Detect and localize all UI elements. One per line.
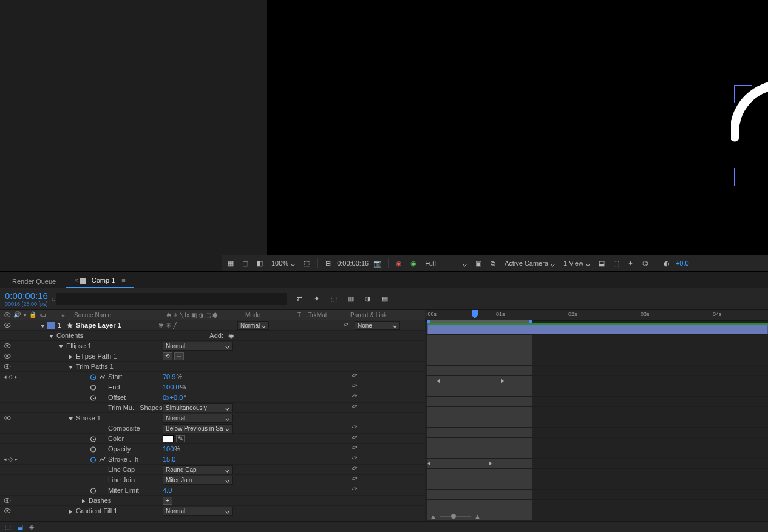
effects-icon[interactable]: ✦: [625, 258, 636, 269]
zoom-thumb[interactable]: [451, 514, 456, 519]
prev-kf-icon[interactable]: ◂: [4, 456, 7, 462]
toggle-mask-icon[interactable]: ◧: [254, 258, 265, 269]
channel-icon[interactable]: ◉: [393, 258, 404, 269]
pickwhip-icon[interactable]: [351, 423, 359, 432]
track-row[interactable]: [425, 355, 768, 366]
layer-color-tag[interactable]: [47, 322, 55, 329]
eye-icon[interactable]: [4, 497, 11, 504]
keyframe-ease-icon[interactable]: [501, 379, 504, 383]
eyedropper-icon[interactable]: ✎: [176, 435, 185, 442]
stopwatch-off-icon[interactable]: [90, 487, 97, 494]
grid-icon[interactable]: ⊞: [322, 258, 333, 269]
track-row[interactable]: [425, 469, 768, 479]
graph-icon[interactable]: [99, 456, 106, 463]
camera-snapshot-icon[interactable]: 📷: [372, 258, 383, 269]
opacity-value[interactable]: 100: [163, 445, 180, 453]
end-value[interactable]: 100.0: [163, 383, 186, 391]
path-constrain-icon[interactable]: ↔: [174, 352, 184, 360]
layer-row[interactable]: 1 Shape Layer 1 ✱✳╱ Normal: [0, 320, 425, 331]
pickwhip-icon[interactable]: [351, 434, 359, 442]
cti-head[interactable]: [472, 310, 478, 315]
twirl-open-icon[interactable]: [68, 364, 73, 369]
parent-dropdown[interactable]: None: [355, 321, 400, 330]
trim-mult-dropdown[interactable]: Simultaneously: [163, 403, 233, 412]
motion-blur-icon[interactable]: ◑: [362, 294, 373, 305]
prop-ellipse-path[interactable]: Ellipse Path 1 ⟲ ↔: [0, 351, 425, 362]
track-row[interactable]: [425, 325, 768, 335]
pickwhip-icon[interactable]: [351, 392, 359, 401]
pickwhip-icon[interactable]: [351, 403, 359, 411]
track-row[interactable]: [425, 448, 768, 459]
track-row[interactable]: [425, 407, 768, 417]
ellipse-mode-dropdown[interactable]: Normal: [163, 342, 233, 351]
draft-3d-icon[interactable]: ✦: [311, 294, 322, 305]
viewer-timecode[interactable]: 0:00:00:16: [337, 260, 369, 267]
add-kf-icon[interactable]: ◇: [8, 456, 13, 462]
color-swatch[interactable]: [163, 435, 174, 442]
stopwatch-off-icon[interactable]: [90, 446, 97, 453]
col-mode[interactable]: Mode: [243, 312, 294, 318]
tab-comp[interactable]: × Comp 1 ≡: [66, 274, 134, 288]
color-mgmt-icon[interactable]: ◉: [408, 258, 419, 269]
frame-blend-icon[interactable]: ▥: [345, 294, 356, 305]
gradient-mode-dropdown[interactable]: Normal: [163, 507, 233, 516]
add-kf-icon[interactable]: ◇: [8, 374, 13, 380]
eye-icon[interactable]: [4, 507, 11, 514]
stopwatch-on-icon[interactable]: [90, 374, 97, 380]
timeline-zoom-slider[interactable]: ▲ ▲: [430, 513, 481, 520]
stopwatch-on-icon[interactable]: [90, 456, 97, 463]
pickwhip-icon[interactable]: [342, 321, 351, 329]
twirl-open-icon[interactable]: [49, 333, 54, 338]
twirl-open-icon[interactable]: [58, 343, 64, 349]
toggle-switches-icon[interactable]: ⬚: [5, 523, 13, 531]
pickwhip-icon[interactable]: [351, 444, 359, 453]
offset-value[interactable]: 0x+0.0: [163, 394, 186, 401]
exposure-value[interactable]: +0.0: [676, 260, 689, 267]
toggle-inout-icon[interactable]: ◈: [29, 523, 38, 531]
pickwhip-icon[interactable]: [351, 475, 359, 483]
eye-icon[interactable]: [4, 414, 11, 422]
track-row[interactable]: [425, 500, 768, 510]
track-row[interactable]: [425, 479, 768, 490]
layer-switches[interactable]: ✱✳╱: [156, 322, 235, 329]
prop-ellipse1[interactable]: Ellipse 1 Normal: [0, 341, 425, 351]
toggle-modes-icon[interactable]: ⬓: [17, 523, 25, 531]
col-parent[interactable]: Parent & Link: [348, 312, 425, 318]
pickwhip-icon[interactable]: [351, 485, 359, 494]
track-row[interactable]: [425, 345, 768, 355]
next-kf-icon[interactable]: ▸: [15, 374, 18, 380]
hide-shy-icon[interactable]: ⬚: [328, 294, 339, 305]
pickwhip-icon[interactable]: [351, 382, 359, 391]
snapshot-layers-icon[interactable]: ▦: [225, 258, 236, 269]
start-value[interactable]: 70.9: [163, 373, 182, 380]
track-row[interactable]: [425, 366, 768, 376]
col-num[interactable]: #: [58, 312, 68, 318]
miter-limit-value[interactable]: 4.0: [163, 487, 172, 494]
toggle-transparency-icon[interactable]: ▢: [240, 258, 251, 269]
line-join-dropdown[interactable]: Miter Join: [163, 476, 233, 485]
col-trkmat[interactable]: .TrkMat: [304, 312, 348, 318]
prop-gradient-fill[interactable]: Gradient Fill 1 Normal: [0, 506, 425, 516]
pickwhip-icon[interactable]: [351, 465, 359, 473]
composite-dropdown[interactable]: Below Previous in Sa: [163, 424, 233, 433]
pixel-aspect-icon[interactable]: ⬓: [596, 258, 607, 269]
comp-mini-flowchart-icon[interactable]: ⇄: [294, 294, 305, 305]
col-source[interactable]: Source Name: [72, 312, 164, 318]
zoom-dropdown[interactable]: 100%: [269, 260, 297, 267]
line-cap-dropdown[interactable]: Round Cap: [163, 465, 233, 474]
prev-kf-icon[interactable]: ◂: [4, 374, 7, 380]
keyframe-ease-icon[interactable]: [437, 379, 440, 383]
blend-mode-dropdown[interactable]: Normal: [237, 321, 269, 330]
prop-stroke1[interactable]: Stroke 1 Normal: [0, 413, 425, 423]
prop-dashes[interactable]: Dashes +: [0, 496, 425, 506]
flowchart-icon[interactable]: ⌬: [640, 258, 651, 269]
fast-preview-icon[interactable]: ▣: [473, 258, 484, 269]
prop-trim-paths[interactable]: Trim Paths 1: [0, 362, 425, 372]
track-row[interactable]: [425, 490, 768, 500]
resolution-dropdown[interactable]: Full: [423, 260, 469, 267]
eye-icon[interactable]: [4, 363, 11, 370]
twirl-open-icon[interactable]: [40, 323, 46, 328]
timeline-tracks[interactable]: :00s 01s 02s 03s 04s: [425, 310, 768, 521]
track-row-start-kf[interactable]: [425, 376, 768, 386]
roi-icon[interactable]: ⬚: [301, 258, 312, 269]
